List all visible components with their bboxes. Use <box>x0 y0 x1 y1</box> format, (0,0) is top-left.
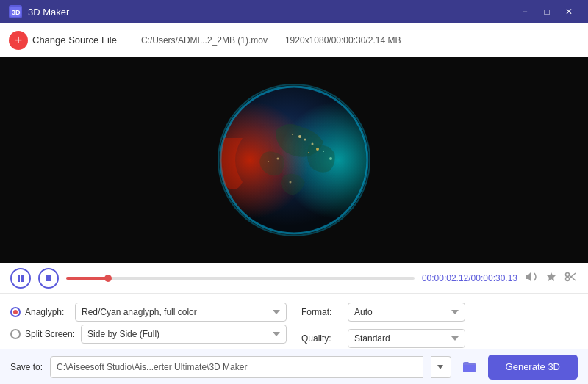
quality-select[interactable]: Standard <box>348 329 465 348</box>
plus-icon: + <box>9 31 28 50</box>
svg-point-7 <box>304 139 306 141</box>
progress-fill <box>66 277 108 280</box>
file-path: C:/Users/ADMI...2_2MB (1).mov <box>141 35 268 46</box>
minimize-button[interactable]: − <box>514 1 535 22</box>
app-icon: 3D <box>9 5 22 18</box>
playback-icons <box>525 271 578 285</box>
anaglyph-select[interactable]: Red/Cyan anaglyph, full color <box>75 303 287 322</box>
save-path-input[interactable] <box>50 356 423 378</box>
svg-text:3D: 3D <box>12 9 21 16</box>
change-source-button[interactable]: + Change Source File <box>9 31 117 50</box>
file-meta: 1920x1080/00:00:30/2.14 MB <box>285 35 401 46</box>
close-button[interactable]: ✕ <box>559 1 579 22</box>
split-screen-label: Split Screen: <box>10 329 75 339</box>
app-title: 3D Maker <box>28 7 514 18</box>
svg-point-14 <box>329 157 332 160</box>
split-screen-radio[interactable] <box>10 329 21 339</box>
progress-thumb <box>104 275 112 282</box>
generate-3d-button[interactable]: Generate 3D <box>488 355 578 380</box>
open-folder-button[interactable] <box>459 356 481 378</box>
svg-rect-21 <box>46 275 51 281</box>
split-screen-row: Split Screen: Side by Side (Full) <box>10 323 287 345</box>
toolbar-separator <box>129 30 129 51</box>
svg-point-16 <box>308 152 309 153</box>
svg-point-15 <box>290 181 292 184</box>
svg-point-8 <box>292 134 293 135</box>
anaglyph-radio[interactable] <box>10 307 21 317</box>
toolbar: + Change Source File C:/Users/ADMI...2_2… <box>0 23 588 57</box>
anaglyph-row: Anaglyph: Red/Cyan anaglyph, full color <box>10 301 287 323</box>
save-dropdown-button[interactable] <box>431 356 451 378</box>
format-row: Format: Auto <box>301 301 578 323</box>
change-source-label: Change Source File <box>32 35 117 46</box>
svg-rect-19 <box>18 275 20 282</box>
quality-row: Quality: Standard <box>301 327 578 349</box>
svg-point-13 <box>323 151 324 152</box>
svg-point-9 <box>312 143 314 145</box>
time-display: 00:00:02.12/00:00:30.13 <box>422 273 517 283</box>
svg-point-11 <box>277 158 279 160</box>
anaglyph-label: Anaglyph: <box>10 307 69 317</box>
svg-point-22 <box>566 273 570 277</box>
volume-icon[interactable] <box>525 271 538 285</box>
format-select[interactable]: Auto <box>348 303 465 322</box>
svg-rect-20 <box>21 275 24 282</box>
video-preview <box>0 57 588 263</box>
playback-bar: 00:00:02.12/00:00:30.13 <box>0 263 588 294</box>
progress-track[interactable] <box>66 277 415 280</box>
svg-point-10 <box>316 148 319 151</box>
stop-button[interactable] <box>38 268 59 289</box>
bottom-bar: Save to: Generate 3D <box>0 349 588 384</box>
maximize-button[interactable]: □ <box>537 1 557 22</box>
video-frame <box>213 79 375 241</box>
scissors-icon[interactable] <box>564 271 578 285</box>
format-label: Format: <box>301 307 342 317</box>
title-bar: 3D 3D Maker − □ ✕ <box>0 0 588 23</box>
quality-label: Quality: <box>301 333 342 344</box>
pause-button[interactable] <box>10 268 31 289</box>
split-screen-select[interactable]: Side by Side (Full) <box>81 325 287 344</box>
save-label: Save to: <box>10 362 43 372</box>
pin-icon[interactable] <box>545 271 557 285</box>
svg-point-23 <box>566 278 570 281</box>
window-controls: − □ ✕ <box>514 1 579 22</box>
svg-point-12 <box>268 161 269 162</box>
svg-point-6 <box>298 135 301 138</box>
